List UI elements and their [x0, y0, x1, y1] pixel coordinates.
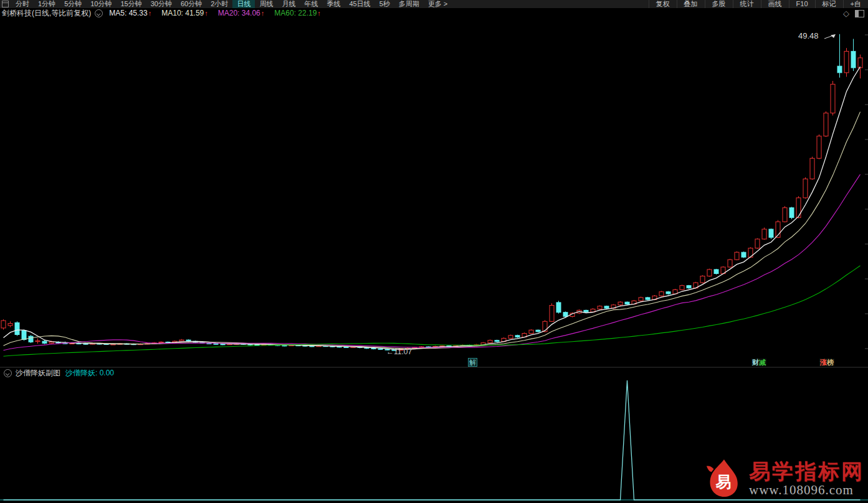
- timeframe-item[interactable]: 分时: [11, 0, 34, 8]
- event-marker-jie[interactable]: 解: [468, 358, 477, 367]
- up-arrow-icon: ↑: [148, 8, 152, 19]
- diamond-icon[interactable]: ◇: [843, 9, 849, 17]
- watermark: 易 易学指标网 www.108096.com: [704, 458, 864, 499]
- logo-char: 易: [715, 473, 731, 491]
- watermark-site-url: www.108096.com: [749, 482, 854, 497]
- up-arrow-icon: ↑: [204, 8, 208, 19]
- stock-title: 剑桥科技(日线,等比前复权): [2, 8, 91, 19]
- price-low-label: ←11.07: [386, 347, 412, 356]
- timeframe-item[interactable]: 30分钟: [146, 0, 176, 8]
- timeframe-item[interactable]: 多周期: [394, 0, 424, 8]
- toolbar-item[interactable]: 多股: [705, 0, 733, 8]
- timeframe-item[interactable]: 60分钟: [176, 0, 206, 8]
- ma-label: MA20: 34.06↑: [218, 8, 265, 19]
- timeframe-item[interactable]: 5秒: [375, 0, 394, 8]
- chevron-down-icon[interactable]: [95, 9, 103, 17]
- window-icon[interactable]: [2, 1, 9, 7]
- up-arrow-icon: ↑: [317, 8, 321, 19]
- toolbar-item[interactable]: 统计: [733, 0, 761, 8]
- timeframe-item[interactable]: 1分钟: [34, 0, 60, 8]
- toolbar-item[interactable]: +自: [843, 0, 868, 8]
- event-marker-zhangbang[interactable]: 涨榜: [819, 359, 834, 366]
- timeframe-item[interactable]: 日线: [232, 0, 255, 8]
- timeframe-item[interactable]: 年线: [300, 0, 322, 8]
- sub-indicator-header: 沙僧降妖副图 沙僧降妖: 0.00: [0, 368, 868, 378]
- toolbar-item[interactable]: 标记: [815, 0, 843, 8]
- info-bar: 剑桥科技(日线,等比前复权) MA5: 45.33↑MA10: 41.59↑MA…: [0, 8, 868, 19]
- ma-label: MA10: 41.59↑: [161, 8, 208, 19]
- timeframe-item[interactable]: 5分钟: [60, 0, 86, 8]
- toolbar-item[interactable]: F10: [789, 0, 815, 8]
- timeframe-item[interactable]: 45日线: [345, 0, 374, 8]
- event-marker-caijian[interactable]: 财减: [751, 359, 766, 366]
- top-menu-bar: 分时1分钟5分钟10分钟15分钟30分钟60分钟2小时日线周线月线年线季线45日…: [0, 0, 868, 8]
- main-candlestick-chart[interactable]: [0, 19, 868, 367]
- timeframe-item[interactable]: 季线: [322, 0, 345, 8]
- timeframe-item[interactable]: 更多 >: [424, 0, 452, 8]
- timeframe-item[interactable]: 月线: [277, 0, 300, 8]
- timeframe-item[interactable]: 周线: [255, 0, 277, 8]
- price-high-label: 49.48: [798, 31, 819, 40]
- sub-indicator-title: 沙僧降妖副图: [16, 368, 60, 378]
- timeframe-item[interactable]: 15分钟: [117, 0, 146, 8]
- split-view-icon[interactable]: [855, 10, 864, 17]
- indicator-chevron-icon[interactable]: [4, 369, 12, 377]
- timeframe-item[interactable]: 10分钟: [86, 0, 116, 8]
- up-arrow-icon: ↑: [261, 8, 265, 19]
- timeframe-item[interactable]: 2小时: [206, 0, 232, 8]
- ma-label: MA60: 22.19↑: [274, 8, 321, 19]
- timeframe-list: 分时1分钟5分钟10分钟15分钟30分钟60分钟2小时日线周线月线年线季线45日…: [11, 0, 452, 8]
- flame-logo-icon: 易: [704, 458, 743, 499]
- watermark-site-name: 易学指标网: [749, 460, 864, 482]
- toolbar-item[interactable]: 复权: [649, 0, 677, 8]
- toolbar-item[interactable]: 叠加: [677, 0, 705, 8]
- toolbar-right: 复权叠加多股统计画线F10标记+自: [649, 0, 868, 8]
- toolbar-item[interactable]: 画线: [761, 0, 789, 8]
- ma-label: MA5: 45.33↑: [109, 8, 151, 19]
- sub-indicator-value: 沙僧降妖: 0.00: [65, 368, 114, 378]
- ma-values: MA5: 45.33↑MA10: 41.59↑MA20: 34.06↑MA60:…: [109, 8, 321, 19]
